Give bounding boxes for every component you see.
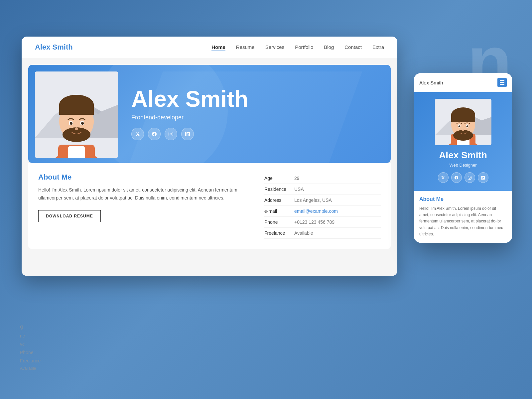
info-row-phone: Phone +0123 123 456 789	[264, 217, 381, 228]
svg-point-15	[81, 122, 84, 125]
mobile-window: Alex Smith	[414, 73, 512, 243]
info-row-email: e-mail email@example.com	[264, 206, 381, 217]
about-section: About Me Hello! I'm Alex Smith. Lorem ip…	[28, 163, 391, 249]
svg-point-27	[453, 130, 473, 141]
nav-link-contact[interactable]: Contact	[344, 44, 362, 50]
info-row-residence: Residence USA	[264, 184, 381, 195]
desktop-window: Alex Smith Home Resume Services Portfoli…	[22, 37, 397, 276]
desktop-avatar-svg	[35, 71, 118, 158]
mobile-nav-title: Alex Smith	[419, 80, 443, 85]
nav-logo: Alex Smith	[35, 43, 73, 52]
nav-link-blog[interactable]: Blog	[324, 44, 334, 50]
hero-section: Alex Smith Frontend-developer	[28, 65, 391, 163]
label-residence: Residence	[264, 187, 294, 192]
about-title: About Me	[38, 173, 251, 182]
nav-item-home[interactable]: Home	[211, 44, 225, 50]
hamburger-line-3	[500, 84, 504, 85]
nav-link-services[interactable]: Services	[265, 44, 285, 50]
nav-link-portfolio[interactable]: Portfolio	[295, 44, 313, 50]
info-row-freelance: Freelance Available	[264, 228, 381, 239]
about-right: Age 29 Residence USA Address Los Angeles…	[264, 173, 381, 239]
about-left: About Me Hello! I'm Alex Smith. Lorem ip…	[38, 173, 251, 239]
info-row-age: Age 29	[264, 173, 381, 184]
svg-rect-10	[59, 105, 94, 115]
mobile-hero-role: Web Designer	[449, 163, 476, 168]
label-address: Address	[264, 198, 294, 203]
svg-rect-7	[68, 146, 85, 158]
about-text: Hello! I'm Alex Smith. Lorem ipsum dolor…	[38, 186, 251, 202]
download-resume-button[interactable]: DOWNLOAD RESUME	[38, 210, 101, 222]
nav-link-extra[interactable]: Extra	[372, 44, 384, 50]
mobile-about-title: About Me	[419, 196, 507, 202]
desktop-social-icons	[131, 128, 248, 140]
nav-links: Home Resume Services Portfolio Blog Cont…	[211, 44, 384, 50]
nav-item-services[interactable]: Services	[265, 44, 285, 50]
hero-name: Alex Smith	[131, 87, 248, 110]
mobile-social-icons	[438, 172, 488, 183]
mobile-about-text: Hello! I'm Alex Smith. Lorem ipsum dolor…	[419, 205, 507, 237]
info-table: Age 29 Residence USA Address Los Angeles…	[264, 173, 381, 239]
bg-bottom-text: g nc vc Phone Freelance Available	[20, 322, 41, 372]
mobile-instagram-icon[interactable]	[465, 172, 475, 183]
logo-second: Smith	[53, 43, 73, 51]
svg-point-32	[462, 130, 464, 131]
mobile-about-section: About Me Hello! I'm Alex Smith. Lorem ip…	[414, 191, 512, 243]
mobile-avatar-svg	[435, 99, 491, 145]
value-address: Los Angeles, USA	[294, 198, 332, 203]
value-residence: USA	[294, 187, 304, 192]
nav-item-portfolio[interactable]: Portfolio	[295, 44, 313, 50]
hamburger-line-2	[500, 82, 504, 83]
about-title-first: About	[38, 173, 62, 181]
value-age: 29	[294, 176, 300, 181]
label-freelance: Freelance	[264, 230, 294, 236]
mobile-about-second: Me	[436, 196, 444, 202]
svg-point-30	[458, 125, 460, 127]
mobile-facebook-icon[interactable]	[451, 172, 462, 183]
info-row-address: Address Los Angeles, USA	[264, 195, 381, 206]
nav-item-extra[interactable]: Extra	[372, 44, 384, 50]
value-email[interactable]: email@example.com	[294, 208, 338, 214]
logo-first: Alex	[35, 43, 53, 51]
svg-point-31	[466, 125, 468, 127]
mobile-twitter-icon[interactable]	[438, 172, 449, 183]
desktop-navbar: Alex Smith Home Resume Services Portfoli…	[22, 37, 397, 58]
nav-item-resume[interactable]: Resume	[236, 44, 255, 50]
mobile-avatar-container	[435, 99, 491, 145]
svg-rect-26	[451, 115, 475, 122]
mobile-linkedin-icon[interactable]	[478, 172, 488, 183]
mobile-hero-section: Alex Smith Web Designer	[414, 92, 512, 191]
svg-point-14	[70, 122, 72, 125]
linkedin-icon[interactable]	[181, 128, 194, 140]
label-email: e-mail	[264, 208, 294, 214]
hero-role: Frontend-developer	[131, 114, 248, 121]
facebook-icon[interactable]	[148, 128, 161, 140]
mobile-hero-name: Alex Smith	[439, 150, 487, 161]
label-phone: Phone	[264, 219, 294, 225]
instagram-icon[interactable]	[165, 128, 177, 140]
desktop-avatar-container	[35, 71, 118, 158]
about-title-second: Me	[62, 173, 72, 181]
nav-link-resume[interactable]: Resume	[236, 44, 255, 50]
hero-text-block: Alex Smith Frontend-developer	[131, 87, 248, 140]
label-age: Age	[264, 176, 294, 181]
twitter-icon[interactable]	[131, 128, 144, 140]
nav-item-blog[interactable]: Blog	[324, 44, 334, 50]
mobile-about-first: About	[419, 196, 436, 202]
nav-link-home[interactable]: Home	[211, 44, 225, 51]
mobile-navbar: Alex Smith	[414, 73, 512, 92]
value-freelance: Available	[294, 230, 313, 236]
hamburger-line-1	[500, 80, 504, 81]
value-phone: +0123 123 456 789	[294, 219, 334, 225]
svg-point-16	[75, 127, 78, 130]
nav-item-contact[interactable]: Contact	[344, 44, 362, 50]
mobile-menu-button[interactable]	[497, 78, 507, 87]
